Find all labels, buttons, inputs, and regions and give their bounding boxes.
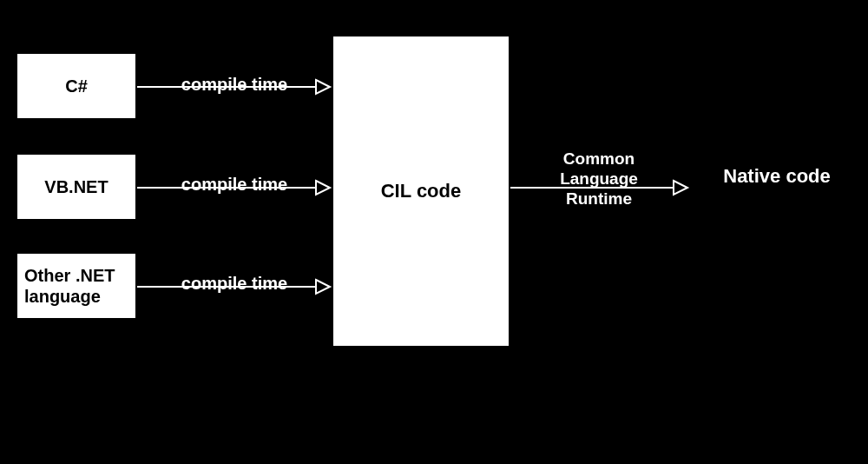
edge-label-native: Native code (694, 165, 859, 188)
svg-marker-3 (316, 181, 330, 195)
box-other-label: Other .NET language (24, 265, 128, 307)
edge-label-compiler2: compile time (152, 174, 317, 195)
box-csharp-label: C# (65, 76, 88, 96)
svg-marker-5 (316, 280, 330, 294)
edge-label-clr: Common Language Runtime (529, 149, 668, 209)
svg-marker-1 (316, 80, 330, 94)
box-csharp: C# (16, 52, 137, 120)
box-cil: CIL code (332, 35, 510, 348)
box-vbnet-label: VB.NET (44, 177, 108, 197)
box-other: Other .NET language (16, 252, 137, 320)
edge-label-compiler1: compile time (152, 74, 317, 95)
box-vbnet: VB.NET (16, 153, 137, 221)
edge-label-compiler3: compile time (152, 273, 317, 294)
svg-marker-7 (674, 181, 687, 195)
box-cil-label: CIL code (381, 180, 462, 202)
